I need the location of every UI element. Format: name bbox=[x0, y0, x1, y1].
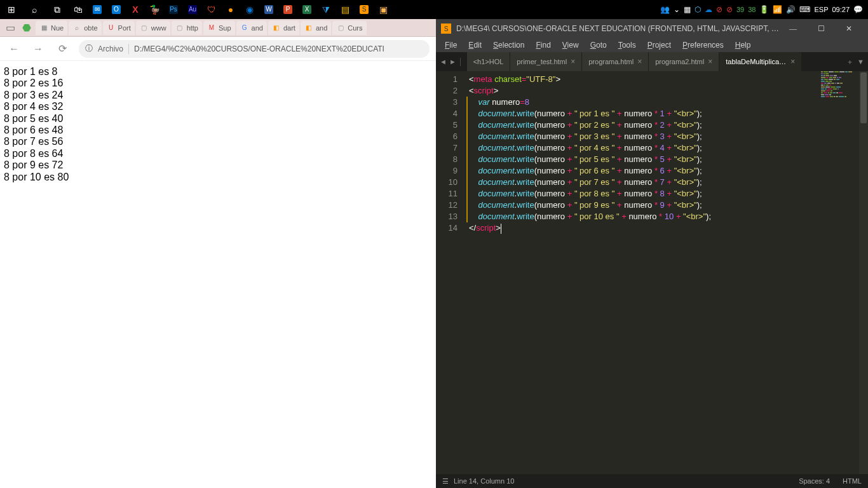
minimize-button[interactable]: — bbox=[779, 19, 807, 38]
search-icon[interactable]: ⌕ bbox=[23, 0, 46, 19]
edge-icon[interactable]: ◉ bbox=[240, 0, 259, 19]
menu-find[interactable]: Find bbox=[531, 39, 555, 51]
editor-tab[interactable]: <h1>HOL bbox=[467, 52, 511, 71]
volume-icon[interactable]: 🔊 bbox=[786, 5, 796, 14]
maximize-button[interactable]: ☐ bbox=[807, 19, 835, 38]
powerpoint-icon[interactable]: P bbox=[278, 0, 297, 19]
browser-tab[interactable]: MSup bbox=[203, 21, 235, 35]
browser-tab[interactable]: ▢http bbox=[172, 21, 202, 35]
tray-icon-4[interactable]: ⊘ bbox=[726, 5, 733, 14]
battery-icon[interactable]: 🔋 bbox=[759, 5, 769, 14]
taskview-icon[interactable]: ⧉ bbox=[46, 0, 69, 19]
status-menu-icon[interactable]: ☰ bbox=[442, 477, 449, 485]
editor-tab[interactable]: programa2.html× bbox=[649, 52, 719, 71]
output-line: 8 por 7 es 56 bbox=[4, 136, 432, 147]
close-icon[interactable]: × bbox=[708, 57, 712, 66]
tab-history-nav: ◄ ► │ bbox=[436, 52, 467, 71]
tray-chevron-icon[interactable]: ⌄ bbox=[674, 5, 680, 14]
sidebar-toggle[interactable]: ▭ bbox=[3, 21, 18, 35]
address-scheme: Archivo bbox=[98, 44, 123, 53]
browser-tab[interactable]: ▢www bbox=[136, 21, 170, 35]
menu-goto[interactable]: Goto bbox=[585, 39, 612, 51]
address-bar[interactable]: ⓘ Archivo D:/MEG4/%C2%A0%20CURSOS/ONE-OR… bbox=[79, 40, 430, 58]
tab-forward-icon[interactable]: ► bbox=[449, 58, 456, 65]
cursor-position[interactable]: Line 14, Column 10 bbox=[454, 477, 514, 485]
browser-tab[interactable]: ◧and bbox=[301, 21, 331, 35]
editor-tab[interactable]: primer_test.html× bbox=[510, 52, 582, 71]
statusbar: ☰ Line 14, Column 10 Spaces: 4 HTML bbox=[436, 474, 868, 488]
sublime-app-icon: S bbox=[441, 24, 451, 34]
close-icon[interactable]: × bbox=[571, 57, 575, 66]
outlook-icon[interactable]: O bbox=[107, 0, 126, 19]
browser-tab[interactable]: ◧dart bbox=[268, 21, 299, 35]
onedrive-icon[interactable]: ☁ bbox=[705, 5, 712, 14]
clock[interactable]: 09:27 bbox=[832, 6, 850, 13]
app-x-icon[interactable]: X bbox=[126, 0, 145, 19]
notifications-icon[interactable]: 💬 bbox=[853, 5, 863, 14]
tray-metric-1: 39 bbox=[736, 6, 744, 13]
output-line: 8 por 1 es 8 bbox=[4, 66, 432, 78]
browser-tab[interactable]: UPort bbox=[103, 21, 135, 35]
audition-icon[interactable]: Au bbox=[183, 0, 202, 19]
back-button[interactable]: ← bbox=[6, 43, 22, 55]
people-icon[interactable]: 👥 bbox=[660, 5, 670, 14]
tab-dropdown-icon[interactable]: ▼ bbox=[857, 58, 864, 65]
photoshop-icon[interactable]: Ps bbox=[164, 0, 183, 19]
menu-selection[interactable]: Selection bbox=[488, 39, 529, 51]
sublime-icon[interactable]: S bbox=[355, 0, 374, 19]
wifi-icon[interactable]: 📶 bbox=[773, 5, 782, 14]
scrollbar-thumb[interactable] bbox=[860, 72, 867, 123]
tray-icon-3[interactable]: ⊘ bbox=[716, 5, 722, 14]
forward-button[interactable]: → bbox=[31, 43, 46, 55]
system-tray: 👥 ⌄ ▦ ⬡ ☁ ⊘ ⊘ 39 38 🔋 📶 🔊 ⌨ ESP 09:27 💬 bbox=[660, 5, 868, 14]
mail-icon[interactable]: ✉ bbox=[88, 0, 107, 19]
app-misc1-icon[interactable]: 🦆 bbox=[145, 0, 164, 19]
output-line: 8 por 3 es 24 bbox=[4, 90, 432, 101]
titlebar: S D:\MEG4\ CURSOS\ONE-ORACLE NEXT EDUCAT… bbox=[436, 19, 868, 38]
excel-icon[interactable]: X bbox=[297, 0, 316, 19]
notes-icon[interactable]: ▤ bbox=[336, 0, 355, 19]
word-icon[interactable]: W bbox=[259, 0, 278, 19]
editor-tab[interactable]: tablaDeMultiplicar.html× bbox=[719, 52, 802, 71]
editor-tabstrip: ◄ ► │ <h1>HOLprimer_test.html×programa.h… bbox=[436, 52, 868, 71]
taskbar-apps: ⊞ ⌕ ⧉ 🛍 ✉ O X 🦆 Ps Au 🛡 ● ◉ W P X ⧩ ▤ S … bbox=[0, 0, 393, 19]
brave-icon[interactable]: 🛡 bbox=[202, 0, 221, 19]
menu-preferences[interactable]: Preferences bbox=[677, 39, 729, 51]
close-icon[interactable]: × bbox=[790, 57, 795, 66]
tray-icon-1[interactable]: ▦ bbox=[684, 5, 691, 14]
browser-tab[interactable]: ⌕obte bbox=[69, 21, 101, 35]
ime-icon[interactable]: ⌨ bbox=[799, 5, 810, 14]
vscode-icon[interactable]: ⧩ bbox=[316, 0, 336, 19]
close-button[interactable]: ✕ bbox=[835, 19, 863, 38]
browser-tab[interactable]: ▦Nue bbox=[36, 21, 67, 35]
reload-button[interactable]: ⟳ bbox=[55, 43, 70, 55]
firefox-icon[interactable]: ● bbox=[221, 0, 240, 19]
keyboard-lang[interactable]: ESP bbox=[814, 6, 828, 13]
tab-back-icon[interactable]: ◄ bbox=[440, 58, 447, 65]
info-icon: ⓘ bbox=[85, 43, 93, 54]
browser-tab[interactable]: ▢Curs bbox=[332, 21, 366, 35]
store-icon[interactable]: 🛍 bbox=[69, 0, 88, 19]
tab-list-button[interactable]: ⬣ bbox=[19, 21, 34, 35]
output-line: 8 por 5 es 40 bbox=[4, 113, 432, 125]
browser-tab[interactable]: Gand bbox=[236, 21, 267, 35]
editor-tab[interactable]: programa.html× bbox=[582, 52, 649, 71]
menu-help[interactable]: Help bbox=[730, 39, 756, 51]
menu-file[interactable]: File bbox=[440, 39, 462, 51]
window-title: D:\MEG4\ CURSOS\ONE-ORACLE NEXT EDUCATIO… bbox=[456, 24, 779, 33]
output-line: 8 por 6 es 48 bbox=[4, 125, 432, 136]
browser-tabstrip: ▭ ⬣ ▦Nue⌕obteUPort▢www▢httpMSupGand◧dart… bbox=[0, 19, 436, 37]
tray-icon-2[interactable]: ⬡ bbox=[695, 5, 701, 14]
start-button[interactable]: ⊞ bbox=[0, 0, 23, 19]
menu-project[interactable]: Project bbox=[642, 39, 676, 51]
indent-setting[interactable]: Spaces: 4 bbox=[799, 477, 830, 485]
menu-edit[interactable]: Edit bbox=[463, 39, 487, 51]
syntax-mode[interactable]: HTML bbox=[843, 477, 862, 485]
new-tab-button[interactable]: ＋ bbox=[846, 57, 853, 67]
code-editor[interactable]: <meta charset="UTF-8"><script> var numer… bbox=[464, 71, 868, 474]
vertical-scrollbar[interactable] bbox=[859, 71, 868, 474]
menu-view[interactable]: View bbox=[557, 39, 584, 51]
menu-tools[interactable]: Tools bbox=[613, 39, 641, 51]
close-icon[interactable]: × bbox=[637, 57, 642, 66]
explorer-icon[interactable]: ▣ bbox=[374, 0, 393, 19]
